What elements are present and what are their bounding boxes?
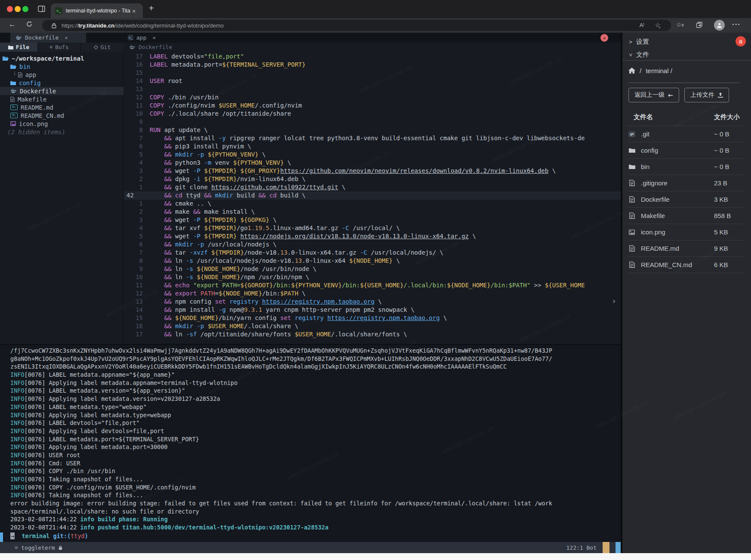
editor-line[interactable]: 17LABEL devtools="file,port" [124, 52, 621, 61]
editor-line[interactable]: 1 && cmake .. \ [124, 200, 621, 208]
terminal-line: INFO[0076] USER root [0, 451, 621, 459]
code-editor[interactable]: Dockerfile 17LABEL devtools="file,port"1… [124, 43, 621, 344]
line-number: 6 [124, 142, 150, 151]
back-icon[interactable]: ← [9, 20, 16, 29]
editor-line[interactable]: 14USER root [124, 77, 621, 85]
editor-line[interactable]: 16LABEL metadata.port=${TERMINAL_SERVER_… [124, 61, 621, 69]
file-row-bin[interactable]: bin~ 0 B [628, 159, 745, 175]
editor-line[interactable]: 9 && ln -s ${NODE_HOME}/node /usr/bin/no… [124, 265, 621, 273]
tab-close-icon[interactable]: × [132, 7, 136, 15]
tree-item--workspace-terminal[interactable]: ~/workspace/terminal [0, 54, 123, 62]
editor-line[interactable]: 6 && mkdir -p /usr/local/nodejs \ [124, 240, 621, 249]
editor-line[interactable]: 4 && tar xvf ${TMPDIR}/go1.19.5.linux-am… [124, 224, 621, 232]
upload-button[interactable]: 上传文件 [684, 88, 729, 102]
sidebar-tab-bufs-label: Bufs [55, 44, 68, 50]
sidebar-tab-file[interactable]: File [0, 43, 38, 52]
editor-line[interactable]: 7 && tar -xvzf ${TMPDIR}/node-v18.13.0-l… [124, 249, 621, 257]
tree-item--2-hidden-items-[interactable]: (2 hidden items) [0, 128, 123, 136]
code-text: LABEL devtools="file,port" [150, 52, 244, 61]
section-settings[interactable]: > 设置 [622, 36, 751, 47]
file-row-icon-png[interactable]: icon.png5 KB [628, 224, 745, 240]
profile-avatar[interactable] [714, 20, 725, 31]
go-up-button[interactable]: 返回上一级 ← [628, 88, 679, 102]
tab-dockerfile-close-icon[interactable]: × [65, 34, 68, 41]
tab-dockerfile[interactable]: Dockerfile × [10, 33, 86, 43]
sidebar-tab-git[interactable]: Git [81, 43, 123, 52]
user-badge[interactable]: a [736, 36, 746, 46]
sidebar-tab-bufs[interactable]: ≡ Bufs [38, 43, 81, 52]
file-row-config[interactable]: config~ 0 B [628, 142, 745, 159]
file-row-dockerfile[interactable]: Dockerfile3 KB [628, 191, 745, 208]
editor-line[interactable]: 11 && echo "export PATH=${GOROOT}/bin:${… [124, 281, 621, 289]
editor-line[interactable]: 8RUN apt update \ [124, 126, 621, 134]
editor-close-button[interactable]: ✕ [600, 34, 608, 42]
editor-line[interactable]: 2 && dpkg -i ${TMPDIR}/nvim-linux64.deb … [124, 175, 621, 183]
breadcrumb-path[interactable]: terminal / [646, 67, 672, 74]
editor-line[interactable]: 13 [124, 85, 621, 93]
line-number: 2 [124, 175, 150, 183]
file-row--gitignore[interactable]: .gitignore23 B [628, 175, 745, 191]
more-menu-icon[interactable]: ··· [732, 20, 741, 29]
tree-item-bin[interactable]: bin [0, 62, 123, 71]
editor-line[interactable]: 3 && wget -P ${TMPDIR} ${GH_PROXY}https:… [124, 167, 621, 175]
tree-item-app[interactable]: └app [0, 71, 123, 79]
home-icon[interactable] [628, 68, 635, 74]
editor-line[interactable]: 5 && mkdir -p ${PYTHON_VENV} \ [124, 151, 621, 159]
window-minimize-button[interactable] [15, 6, 21, 12]
window-close-button[interactable] [7, 6, 13, 12]
editor-line[interactable]: 3 && wget -P ${TMPDIR} ${GOPKG} \ [124, 216, 621, 224]
file-name: README_CN.md [641, 261, 692, 268]
browser-tab[interactable]: >_ terminal-ttyd-wlotnipo - TitanI × [51, 3, 143, 18]
terminal-panel[interactable]: /fj7CcwoCW7ZXBc3snKxZNYHpbh7uhwOvx2lsi4W… [0, 344, 621, 553]
shell-prompt[interactable]: → terminal git:(ttyd) [0, 532, 621, 540]
reload-icon[interactable] [26, 21, 33, 28]
section-files[interactable]: > 文件 [622, 49, 751, 60]
tree-item-config[interactable]: config [0, 79, 123, 87]
editor-line[interactable]: 15 && ${NODE_HOME}/bin/yarn config set r… [124, 314, 621, 322]
statusline-filename: toggleterm [21, 545, 55, 551]
line-number: 11 [124, 102, 150, 110]
panel-expand-handle[interactable]: › [612, 297, 616, 305]
editor-line[interactable]: 12COPY ./bin /usr/bin [124, 93, 621, 102]
editor-line[interactable]: 7 && apt install -y ripgrep ranger lolca… [124, 134, 621, 142]
editor-line[interactable]: 5 && wget -P ${TMPDIR} https://nodejs.or… [124, 232, 621, 240]
tree-item-icon-png[interactable]: icon.png [0, 120, 123, 128]
tree-item-readme-md[interactable]: M↓README.md [0, 103, 123, 111]
tree-item-makefile[interactable]: Makefile [0, 95, 123, 103]
editor-line[interactable]: 12 && export PATH=${NODE_HOME}/bin:$PATH… [124, 289, 621, 298]
window-zoom-button[interactable] [22, 6, 28, 12]
file-row-readme-md[interactable]: README.md9 KB [628, 240, 745, 257]
editor-line[interactable]: 17 && ln -sf /opt/titanide/share/fonts $… [124, 330, 621, 338]
address-bar[interactable]: https://try.titanide.cn/ide/web/coding/t… [42, 20, 671, 31]
editor-line[interactable]: 11COPY ./config/nvim $USER_HOME/.config/… [124, 102, 621, 110]
tab-app[interactable]: >_ app × [123, 33, 174, 43]
file-icon [628, 180, 636, 186]
line-number: 15 [124, 69, 150, 77]
tab-app-close-icon[interactable]: × [152, 34, 156, 41]
editor-line[interactable]: 16 && mkdir -p $USER_HOME/.local/share \ [124, 322, 621, 330]
editor-line[interactable]: 10 && ln -s ${NODE_HOME}/npm /usr/bin/np… [124, 273, 621, 281]
editor-line[interactable]: 13 && npm config set registry https://re… [124, 298, 621, 306]
read-aloud-icon[interactable]: A) [640, 22, 644, 28]
file-row-readme-cn-md[interactable]: README_CN.md6 KB [628, 257, 745, 273]
tree-item-dockerfile[interactable]: Dockerfile [0, 87, 123, 95]
browser-sidebar-toggle-icon[interactable] [38, 5, 45, 12]
tree-item-readme-cn-md[interactable]: M↓README_CN.md [0, 111, 123, 120]
editor-line[interactable]: 4 && python3 -m venv ${PYTHON_VENV} \ [124, 159, 621, 167]
editor-line[interactable]: 10COPY ./.local/share /opt/titanide/shar… [124, 110, 621, 118]
collections-icon[interactable] [696, 22, 703, 28]
new-tab-button[interactable]: + [149, 3, 154, 13]
favorites-bar-icon[interactable]: ☆≡ [676, 21, 684, 28]
editor-line-current[interactable]: 42 && cd ttyd && mkdir build && cd build… [124, 191, 621, 200]
editor-line[interactable]: 2 && make && make install \ [124, 208, 621, 216]
file-row--git[interactable]: git.git~ 0 B [628, 126, 745, 142]
editor-line[interactable]: 1 && git clone https://github.com/tsl092… [124, 183, 621, 191]
line-number: 3 [124, 167, 150, 175]
editor-line[interactable]: 8 && ln -s /usr/local/nodejs/node-v18.13… [124, 257, 621, 265]
editor-line[interactable]: 14 && npm install -g npm@9.3.1 yarn cnpm… [124, 306, 621, 314]
editor-line[interactable]: 9 [124, 118, 621, 126]
add-favorite-icon[interactable]: ☆+ [655, 22, 661, 30]
file-row-makefile[interactable]: Makefile858 B [628, 208, 745, 224]
editor-line[interactable]: 15 [124, 69, 621, 77]
editor-line[interactable]: 6 && pip3 install pynvim \ [124, 142, 621, 151]
